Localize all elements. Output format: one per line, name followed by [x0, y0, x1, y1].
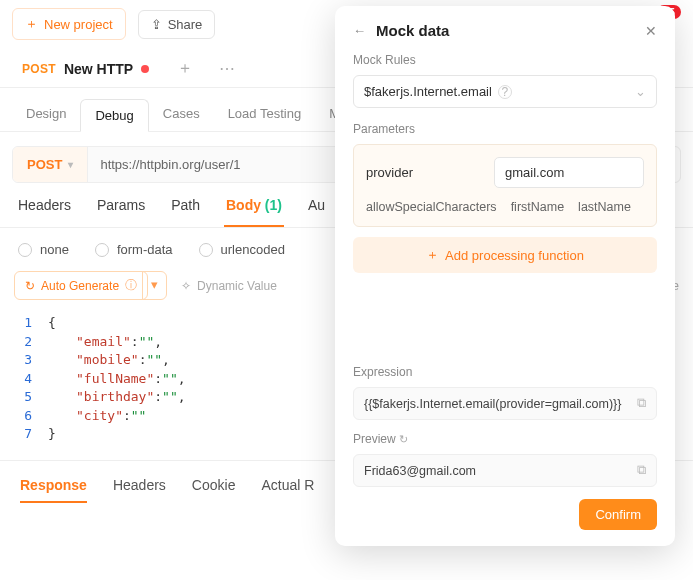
resptab-response[interactable]: Response [20, 477, 87, 503]
radio-icon [95, 243, 109, 257]
plus-icon: ＋ [426, 246, 439, 264]
refresh-icon[interactable]: ↻ [399, 433, 408, 445]
bodytype-none[interactable]: none [18, 242, 69, 257]
plus-icon: ＋ [25, 15, 38, 33]
sectab-headers[interactable]: Headers [16, 197, 73, 227]
chip-last-name[interactable]: lastName [578, 200, 631, 214]
subtab-debug[interactable]: Debug [80, 99, 148, 132]
preview-value: Frida63@gmail.com [364, 464, 476, 478]
resptab-cookie[interactable]: Cookie [192, 477, 236, 503]
code-line: "birthday":"", [48, 388, 186, 407]
code-line: } [48, 425, 186, 444]
expression-value: {{$fakerjs.Internet.email(provider=gmail… [364, 397, 621, 411]
method-selector[interactable]: POST ▾ [13, 147, 88, 182]
auto-generate-dropdown[interactable]: ▾ [142, 271, 167, 300]
mock-data-panel: ← Mock data ✕ Mock Rules $fakerjs.Intern… [335, 6, 675, 546]
share-label: Share [168, 17, 203, 32]
share-icon: ⇪ [151, 17, 162, 32]
tab-more-button[interactable]: ⋯ [211, 55, 243, 82]
parameters-box: provider allowSpecialCharacters firstNam… [353, 144, 657, 227]
resptab-actual[interactable]: Actual R [261, 477, 314, 503]
dynamic-value-button[interactable]: ✧ Dynamic Value [181, 279, 277, 293]
expression-label: Expression [353, 365, 657, 379]
bodytype-urlencoded[interactable]: urlencoded [199, 242, 285, 257]
copy-icon[interactable]: ⧉ [637, 396, 646, 411]
mock-rules-label: Mock Rules [353, 53, 657, 67]
code-line: { [48, 314, 186, 333]
add-processing-function-button[interactable]: ＋ Add processing function [353, 237, 657, 273]
new-project-button[interactable]: ＋ New project [12, 8, 126, 40]
refresh-icon: ↻ [25, 279, 35, 293]
auto-generate-button[interactable]: ↻ Auto Generate ⓘ [14, 271, 148, 300]
radio-icon [18, 243, 32, 257]
share-button[interactable]: ⇪ Share [138, 10, 216, 39]
sectab-body[interactable]: Body (1) [224, 197, 284, 227]
code-line: "fullName":"", [48, 370, 186, 389]
close-icon[interactable]: ✕ [645, 23, 657, 39]
code-line: "city":"" [48, 407, 186, 426]
request-tab[interactable]: POST New HTTP [12, 55, 159, 83]
confirm-button[interactable]: Confirm [579, 499, 657, 530]
param-value-input[interactable] [494, 157, 644, 188]
subtab-cases[interactable]: Cases [149, 98, 214, 131]
param-name: provider [366, 165, 482, 180]
panel-title: Mock data [376, 22, 449, 39]
back-icon[interactable]: ← [353, 23, 366, 38]
preview-box: Frida63@gmail.com ⧉ [353, 454, 657, 487]
code-line: "email":"", [48, 333, 186, 352]
expression-box: {{$fakerjs.Internet.email(provider=gmail… [353, 387, 657, 420]
subtab-load-testing[interactable]: Load Testing [214, 98, 316, 131]
bodytype-form-data[interactable]: form-data [95, 242, 173, 257]
resptab-headers[interactable]: Headers [113, 477, 166, 503]
sectab-params[interactable]: Params [95, 197, 147, 227]
chip-allow-special[interactable]: allowSpecialCharacters [366, 200, 497, 214]
chevron-down-icon: ▾ [68, 159, 73, 170]
magic-icon: ✧ [181, 279, 191, 293]
add-tab-button[interactable]: ＋ [169, 54, 201, 83]
chevron-down-icon: ⌄ [635, 84, 646, 99]
subtab-design[interactable]: Design [12, 98, 80, 131]
mock-rule-select[interactable]: $fakerjs.Internet.email ? ⌄ [353, 75, 657, 108]
help-icon: ⓘ [125, 277, 137, 294]
unsaved-icon [141, 65, 149, 73]
method-label: POST [27, 157, 62, 172]
new-project-label: New project [44, 17, 113, 32]
sectab-path[interactable]: Path [169, 197, 202, 227]
tab-title: New HTTP [64, 61, 133, 77]
code-line: "mobile":"", [48, 351, 186, 370]
tab-method: POST [22, 62, 56, 76]
sectab-body-label: Body [226, 197, 261, 213]
body-count: (1) [265, 197, 282, 213]
mock-rule-value: $fakerjs.Internet.email [364, 84, 492, 99]
preview-label: Preview ↻ [353, 432, 657, 446]
chip-first-name[interactable]: firstName [511, 200, 564, 214]
sectab-auth[interactable]: Au [306, 197, 327, 227]
help-icon: ? [498, 85, 512, 99]
radio-icon [199, 243, 213, 257]
parameters-label: Parameters [353, 122, 657, 136]
copy-icon[interactable]: ⧉ [637, 463, 646, 478]
